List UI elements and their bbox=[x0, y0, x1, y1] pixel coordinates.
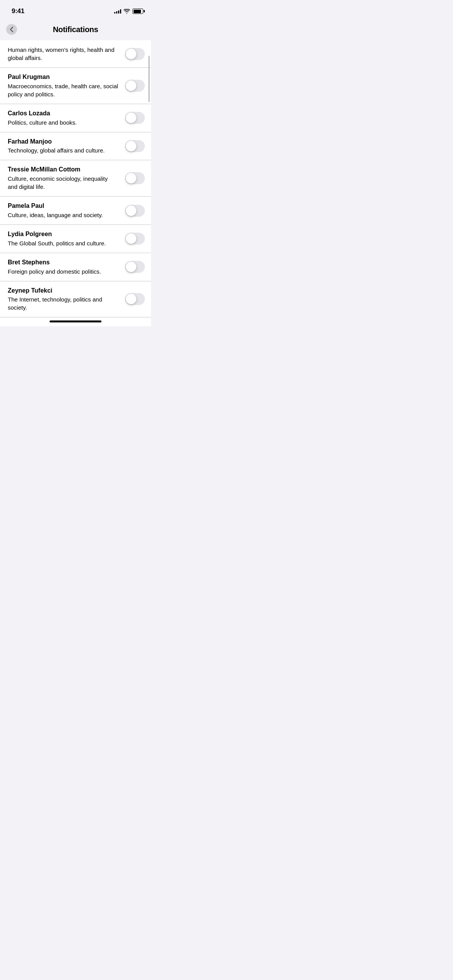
author-name: Paul Krugman bbox=[8, 73, 119, 81]
back-button[interactable] bbox=[6, 24, 17, 35]
list-item-text: Tressie McMillan CottomCulture, economic… bbox=[8, 166, 125, 191]
home-bar bbox=[50, 320, 101, 322]
page-title: Notifications bbox=[53, 25, 98, 34]
author-name: Pamela Paul bbox=[8, 202, 119, 210]
list-item-text: Bret StephensForeign policy and domestic… bbox=[8, 259, 125, 276]
toggle-thumb bbox=[126, 262, 136, 272]
toggle-thumb bbox=[126, 141, 136, 151]
toggle-track bbox=[125, 140, 145, 152]
list-item-text: Paul KrugmanMacroeconomics, trade, healt… bbox=[8, 73, 125, 98]
toggle-switch[interactable] bbox=[125, 205, 145, 217]
list-item-text: Carlos LozadaPolitics, culture and books… bbox=[8, 110, 125, 127]
toggle-track bbox=[125, 293, 145, 305]
author-description: Foreign policy and domestic politics. bbox=[8, 267, 119, 276]
signal-icon bbox=[114, 9, 121, 14]
author-name: Farhad Manjoo bbox=[8, 138, 119, 146]
nav-header: Notifications bbox=[0, 20, 151, 40]
status-time: 9:41 bbox=[12, 7, 24, 15]
toggle-thumb bbox=[126, 173, 136, 183]
toggle-thumb bbox=[126, 49, 136, 59]
author-name: Zeynep Tufekci bbox=[8, 287, 119, 295]
list-item: Zeynep TufekciThe Internet, technology, … bbox=[0, 281, 151, 318]
toggle-track bbox=[125, 261, 145, 273]
scroll-thumb bbox=[148, 56, 150, 102]
list-item: Bret StephensForeign policy and domestic… bbox=[0, 253, 151, 281]
back-chevron-icon bbox=[10, 26, 14, 33]
author-description: Culture, ideas, language and society. bbox=[8, 211, 119, 219]
author-description: Culture, economic sociology, inequality … bbox=[8, 175, 119, 191]
toggle-switch[interactable] bbox=[125, 261, 145, 273]
toggle-thumb bbox=[126, 81, 136, 91]
status-icons bbox=[114, 9, 143, 14]
author-description: Human rights, women's rights, health and… bbox=[8, 46, 119, 62]
toggle-track bbox=[125, 112, 145, 124]
list-item: Lydia PolgreenThe Global South, politics… bbox=[0, 225, 151, 253]
list-item: Paul KrugmanMacroeconomics, trade, healt… bbox=[0, 68, 151, 104]
list-item: Tressie McMillan CottomCulture, economic… bbox=[0, 160, 151, 197]
list-item: Pamela PaulCulture, ideas, language and … bbox=[0, 197, 151, 225]
author-description: Technology, global affairs and culture. bbox=[8, 146, 119, 154]
author-name: Lydia Polgreen bbox=[8, 230, 119, 238]
list-item: Human rights, women's rights, health and… bbox=[0, 40, 151, 68]
battery-icon bbox=[132, 9, 143, 14]
list-item-text: Zeynep TufekciThe Internet, technology, … bbox=[8, 287, 125, 312]
home-indicator bbox=[0, 317, 151, 326]
list-item: Carlos LozadaPolitics, culture and books… bbox=[0, 104, 151, 132]
content-wrapper: Human rights, women's rights, health and… bbox=[0, 40, 151, 317]
toggle-track bbox=[125, 233, 145, 245]
toggle-thumb bbox=[126, 206, 136, 216]
toggle-thumb bbox=[126, 294, 136, 304]
toggle-switch[interactable] bbox=[125, 293, 145, 305]
back-circle bbox=[6, 24, 17, 35]
toggle-switch[interactable] bbox=[125, 233, 145, 245]
toggle-thumb bbox=[126, 233, 136, 244]
toggle-switch[interactable] bbox=[125, 48, 145, 60]
toggle-switch[interactable] bbox=[125, 80, 145, 92]
notifications-list: Human rights, women's rights, health and… bbox=[0, 40, 151, 317]
list-item-text: Pamela PaulCulture, ideas, language and … bbox=[8, 202, 125, 219]
toggle-track bbox=[125, 172, 145, 184]
list-item-text: Human rights, women's rights, health and… bbox=[8, 46, 125, 62]
toggle-switch[interactable] bbox=[125, 172, 145, 184]
author-description: The Internet, technology, politics and s… bbox=[8, 295, 119, 312]
author-description: The Global South, politics and culture. bbox=[8, 239, 119, 247]
wifi-icon bbox=[124, 9, 130, 14]
toggle-thumb bbox=[126, 113, 136, 123]
author-name: Bret Stephens bbox=[8, 259, 119, 267]
list-item-text: Lydia PolgreenThe Global South, politics… bbox=[8, 230, 125, 247]
author-name: Tressie McMillan Cottom bbox=[8, 166, 119, 174]
toggle-switch[interactable] bbox=[125, 140, 145, 152]
list-item-text: Farhad ManjooTechnology, global affairs … bbox=[8, 138, 125, 155]
author-name: Carlos Lozada bbox=[8, 110, 119, 118]
toggle-track bbox=[125, 80, 145, 92]
toggle-switch[interactable] bbox=[125, 112, 145, 124]
author-description: Politics, culture and books. bbox=[8, 118, 119, 127]
toggle-track bbox=[125, 48, 145, 60]
list-item: Farhad ManjooTechnology, global affairs … bbox=[0, 132, 151, 161]
author-description: Macroeconomics, trade, health care, soci… bbox=[8, 82, 119, 98]
status-bar: 9:41 bbox=[0, 0, 151, 20]
scroll-indicator bbox=[148, 40, 150, 317]
toggle-track bbox=[125, 205, 145, 217]
